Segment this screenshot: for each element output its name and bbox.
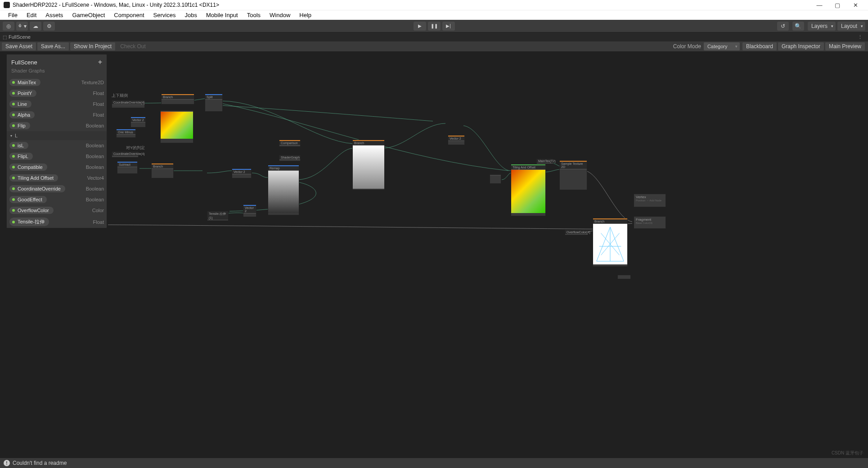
maximize-button[interactable]: ▢ <box>828 2 846 9</box>
node-sample-texture-2d[interactable]: Sample Texture 2D <box>559 160 587 190</box>
property-overflowcolor[interactable]: OverflowColorColor <box>7 205 107 216</box>
unity-logo-icon <box>4 2 10 8</box>
graph-wires <box>0 51 868 458</box>
node-maintex[interactable]: MainTex(T2) <box>536 159 553 164</box>
show-in-project-button[interactable]: Show In Project <box>70 42 115 50</box>
node-branch-1[interactable]: Branch <box>161 94 194 105</box>
property-tensile-[interactable]: Tensile-拉伸Float <box>7 216 107 228</box>
node-vertex[interactable]: VertexPosition → Add Node <box>634 194 666 207</box>
node-branch-4[interactable]: Branch <box>593 218 628 267</box>
menu-jobs[interactable]: Jobs <box>180 12 201 18</box>
add-property-button[interactable]: + <box>98 58 102 66</box>
blackboard-subtitle: Shader Graphs <box>7 68 107 77</box>
layout-dropdown[interactable]: Layout <box>837 22 865 31</box>
menu-gameobject[interactable]: GameObject <box>67 12 109 18</box>
graph-inspector-toggle[interactable]: Graph Inspector <box>778 42 824 50</box>
node-fragment[interactable]: FragmentBase Color(3) <box>634 216 666 229</box>
node-remap[interactable]: Remap <box>268 165 299 215</box>
node-overflowcolor[interactable]: OverflowColor(4) <box>565 230 588 235</box>
error-icon[interactable]: ! <box>4 460 10 466</box>
main-preview-toggle[interactable]: Main Preview <box>825 42 865 50</box>
search-icon[interactable]: 🔍 <box>792 22 804 31</box>
step-button[interactable]: ▶| <box>442 22 455 31</box>
node-comparison[interactable]: Comparison <box>279 140 301 147</box>
menu-tools[interactable]: Tools <box>243 12 265 18</box>
node-split-1[interactable]: Split <box>205 94 223 112</box>
graph-toolbar: Save Asset Save As... Show In Project Ch… <box>0 41 868 51</box>
tab-menu-icon[interactable]: ⋮ <box>855 34 865 40</box>
undo-history-icon[interactable]: ↺ <box>777 22 789 31</box>
node-shadergraph[interactable]: ShaderGraph <box>279 155 301 161</box>
sticky-note-1[interactable]: 上下颠倒 <box>112 93 128 99</box>
node-coordinateoverride[interactable]: CoordinateOverride(4) <box>112 100 145 108</box>
property-line[interactable]: LineFloat <box>7 99 107 109</box>
menu-component[interactable]: Component <box>109 12 148 18</box>
node-vector2-4[interactable]: Vector 2 <box>448 135 465 145</box>
status-message: Couldn't find a readme <box>13 460 67 466</box>
menu-edit[interactable]: Edit <box>22 12 41 18</box>
property-pointy[interactable]: PointYFloat <box>7 88 107 99</box>
menu-assets[interactable]: Assets <box>41 12 67 18</box>
blackboard-panel[interactable]: FullScene + Shader Graphs MainTexTexture… <box>6 54 107 228</box>
node-vector2-1[interactable]: Vector 2 <box>130 117 146 127</box>
cloud-icon[interactable]: ☁ <box>30 22 41 31</box>
node-branch-2[interactable]: Branch <box>151 163 174 178</box>
window-titlebar: ShaderHDRP2022 - LFullScene - Windows, M… <box>0 0 868 10</box>
picker-dropdown[interactable]: ⚘ ▾ <box>16 22 28 31</box>
blackboard-title: FullScene <box>11 59 37 66</box>
property-flip[interactable]: FlipBoolean <box>7 120 107 131</box>
save-as-button[interactable]: Save As... <box>37 42 69 50</box>
menu-mobileinput[interactable]: Mobile Input <box>202 12 243 18</box>
node-input-bottom[interactable] <box>490 174 501 184</box>
shadergraph-tab-icon: ⬚ <box>3 35 7 40</box>
tab-fullscene[interactable]: FullScene <box>9 34 31 40</box>
menu-window[interactable]: Window <box>265 12 295 18</box>
menu-file[interactable]: File <box>4 12 22 18</box>
watermark-text: CSDN 蓝牙包子 <box>832 450 864 456</box>
sticky-note-2[interactable]: 对Y的判定 <box>126 145 145 151</box>
property-maintex[interactable]: MainTexTexture2D <box>7 77 107 88</box>
property-compatible[interactable]: CompatibleBoolean <box>7 162 107 173</box>
graph-canvas[interactable]: FullScene + Shader Graphs MainTexTexture… <box>0 51 868 458</box>
color-mode-label: Color Mode <box>673 43 701 50</box>
property-goodeffect[interactable]: GoodEffectBoolean <box>7 194 107 205</box>
node-branch-3[interactable]: Branch <box>352 140 385 190</box>
property-alpha[interactable]: AlphaFloat <box>7 109 107 120</box>
node-oneminus[interactable]: One Minus <box>116 129 136 138</box>
menu-services[interactable]: Services <box>149 12 180 18</box>
node-tiling-and-offset[interactable]: Tiling And Offset <box>511 164 546 216</box>
color-mode-dropdown[interactable]: Category <box>704 42 740 50</box>
status-bar: ! Couldn't find a readme <box>0 458 868 468</box>
node-gradient-preview-1[interactable] <box>160 110 193 143</box>
save-asset-button[interactable]: Save Asset <box>2 42 36 50</box>
play-button[interactable]: ▶ <box>414 22 426 31</box>
node-tensile[interactable]: Tensile-拉伸(1) <box>207 211 229 216</box>
close-button[interactable]: ✕ <box>846 2 864 9</box>
menu-bar: File Edit Assets GameObject Component Se… <box>0 10 868 20</box>
main-toolbar: ◎ ⚘ ▾ ☁ ⚙ ▶ ❚❚ ▶| ↺ 🔍 Layers Layout <box>0 20 868 32</box>
minimize-button[interactable]: — <box>810 2 828 9</box>
node-subtract[interactable]: Subtract <box>117 161 138 174</box>
account-icon[interactable]: ◎ <box>3 22 14 31</box>
property-coordinateoverride[interactable]: CoordinateOverrideBoolean <box>7 183 107 194</box>
settings-icon[interactable]: ⚙ <box>43 22 55 31</box>
blackboard-category-l[interactable]: L <box>7 131 107 140</box>
blackboard-toggle[interactable]: Blackboard <box>742 42 777 50</box>
node-output-stub[interactable] <box>617 275 631 279</box>
check-out-button: Check Out <box>117 42 149 50</box>
tab-row: ⬚ FullScene ⋮ <box>0 32 868 41</box>
pause-button[interactable]: ❚❚ <box>428 22 441 31</box>
property-flipl[interactable]: FlipLBoolean <box>7 151 107 162</box>
node-coordinateoverride-2[interactable]: CoordinateOverride(4) <box>112 151 139 158</box>
node-vector2-3[interactable]: Vector 2 <box>243 204 256 217</box>
property-isl[interactable]: isLBoolean <box>7 140 107 151</box>
menu-help[interactable]: Help <box>295 12 316 18</box>
property-tiling-add-offset[interactable]: Tiling Add OffsetVector4 <box>7 173 107 183</box>
layers-dropdown[interactable]: Layers <box>808 22 836 31</box>
window-title: ShaderHDRP2022 - LFullScene - Windows, M… <box>13 2 810 8</box>
node-vector2-2[interactable]: Vector 2 <box>232 168 252 178</box>
